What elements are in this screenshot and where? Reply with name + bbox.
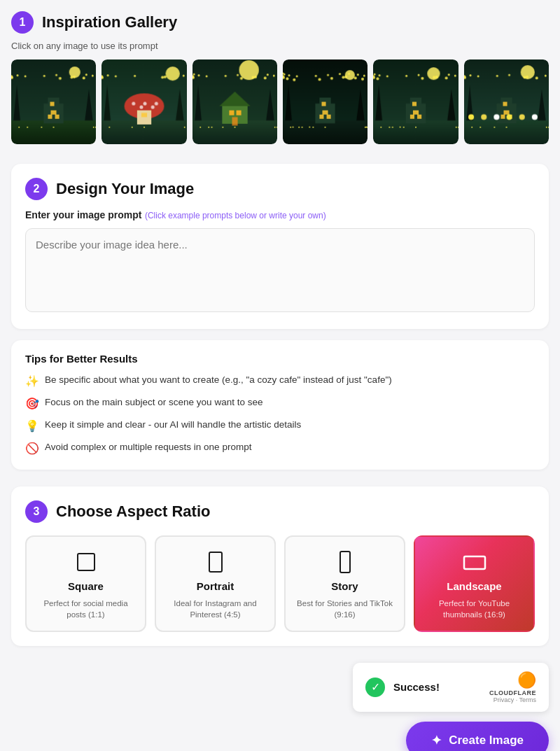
aspect-section: 3 Choose Aspect Ratio Square Perfect for… <box>11 486 549 645</box>
aspect-card-story[interactable]: Story Best for Stories and TikTok (9:16) <box>284 535 405 631</box>
aspect-desc-portrait: Ideal for Instagram and Pinterest (4:5) <box>163 598 267 620</box>
tip-text-1: Be specific about what you want to creat… <box>45 373 392 387</box>
design-header: 2 Design Your Image <box>25 178 535 200</box>
tips-box: Tips for Better Results ✨ Be specific ab… <box>11 340 549 470</box>
portrait-icon <box>203 549 228 575</box>
aspect-title: Choose Aspect Ratio <box>56 503 210 521</box>
aspect-card-square[interactable]: Square Perfect for social media posts (1… <box>25 535 146 631</box>
gallery-subtitle: Click on any image to use its prompt <box>11 41 549 51</box>
step-badge-1: 1 <box>11 11 34 34</box>
aspect-card-landscape[interactable]: Landscape Perfect for YouTube thumbnails… <box>414 535 535 631</box>
step-badge-2: 2 <box>25 178 48 200</box>
tip-emoji-2: 🎯 <box>25 395 39 412</box>
gallery-item[interactable] <box>464 59 549 144</box>
create-image-button[interactable]: ✦ Create Image <box>406 722 549 751</box>
design-section: 2 Design Your Image Enter your image pro… <box>11 164 549 329</box>
success-text: Success! <box>393 681 481 693</box>
gallery-item[interactable] <box>102 59 186 144</box>
tip-item: ✨ Be specific about what you want to cre… <box>25 373 535 390</box>
tip-text-2: Focus on the main subject or scene you w… <box>45 395 262 409</box>
square-icon <box>74 549 99 575</box>
gallery-grid <box>11 59 549 144</box>
cf-label: CLOUDFLARE <box>489 689 536 696</box>
gallery-section: 1 Inspiration Gallery Click on any image… <box>11 11 549 144</box>
tip-text-3: Keep it simple and clear - our AI will h… <box>45 418 301 432</box>
aspect-desc-square: Perfect for social media posts (1:1) <box>34 598 138 620</box>
aspect-card-portrait[interactable]: Portrait Ideal for Instagram and Pintere… <box>155 535 276 631</box>
aspect-desc-landscape: Perfect for YouTube thumbnails (16:9) <box>422 598 526 620</box>
gallery-item[interactable] <box>192 59 277 144</box>
svg-rect-1 <box>209 552 222 572</box>
svg-rect-2 <box>340 552 350 573</box>
gallery-title: Inspiration Gallery <box>42 13 177 31</box>
cf-cloud-icon: 🟠 <box>517 671 536 689</box>
svg-rect-3 <box>464 556 485 569</box>
create-btn-label: Create Image <box>449 734 524 748</box>
aspect-name-portrait: Portrait <box>197 580 234 592</box>
step-badge-3: 3 <box>25 500 48 523</box>
prompt-hint-text: (Click example prompts below or write yo… <box>145 211 326 220</box>
story-icon <box>332 549 358 575</box>
prompt-label: Enter your image prompt <box>25 209 141 220</box>
gallery-item[interactable] <box>11 59 96 144</box>
gallery-header: 1 Inspiration Gallery <box>11 11 549 34</box>
magic-icon: ✦ <box>431 733 442 748</box>
tip-item: 🎯 Focus on the main subject or scene you… <box>25 395 535 412</box>
aspect-desc-story: Best for Stories and TikTok (9:16) <box>293 598 397 620</box>
cf-links: Privacy · Terms <box>493 696 536 703</box>
tip-emoji-4: 🚫 <box>25 440 39 457</box>
tips-title: Tips for Better Results <box>25 353 535 365</box>
tip-item: 💡 Keep it simple and clear - our AI will… <box>25 418 535 435</box>
aspect-name-landscape: Landscape <box>447 580 501 592</box>
notification-box: ✓ Success! 🟠 CLOUDFLARE Privacy · Terms <box>353 663 549 712</box>
tip-text-4: Avoid complex or multiple requests in on… <box>45 440 251 454</box>
success-icon: ✓ <box>365 678 385 697</box>
gallery-item[interactable] <box>283 59 368 144</box>
tip-item: 🚫 Avoid complex or multiple requests in … <box>25 440 535 457</box>
aspect-grid: Square Perfect for social media posts (1… <box>25 535 535 631</box>
design-title: Design Your Image <box>56 180 194 198</box>
tip-emoji-3: 💡 <box>25 418 39 435</box>
prompt-input[interactable] <box>25 228 535 312</box>
landscape-icon <box>462 549 487 575</box>
svg-rect-0 <box>78 554 94 570</box>
notification-bar: ✓ Success! 🟠 CLOUDFLARE Privacy · Terms <box>11 663 549 712</box>
gallery-item[interactable] <box>373 59 458 144</box>
aspect-header: 3 Choose Aspect Ratio <box>25 500 535 523</box>
tip-emoji-1: ✨ <box>25 373 39 390</box>
aspect-name-story: Story <box>331 580 358 592</box>
create-btn-row: ✦ Create Image <box>11 722 549 751</box>
aspect-name-square: Square <box>68 580 104 592</box>
cloudflare-logo: 🟠 CLOUDFLARE Privacy · Terms <box>489 671 536 703</box>
prompt-label-row: Enter your image prompt (Click example p… <box>25 209 535 221</box>
